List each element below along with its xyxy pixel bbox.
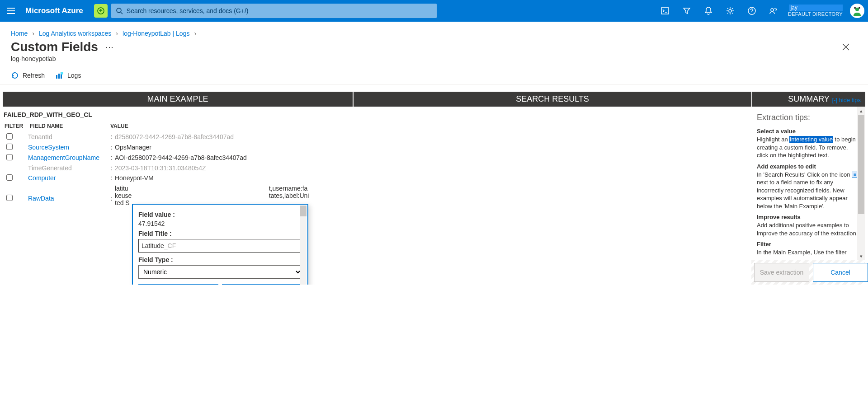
main-example-panel: FAILED_RDP_WITH_GEO_CL FILTER FIELD NAME…: [3, 107, 353, 285]
table-row: Computer : Honeypot-VM: [3, 173, 353, 183]
brand-label[interactable]: Microsoft Azure: [22, 6, 94, 15]
field-value-label: Field value :: [138, 211, 302, 218]
svg-point-4: [748, 7, 755, 14]
field-extract-popup: Field value : 47.91542 Field Title : Lat…: [132, 204, 308, 285]
field-title-label: Field Title :: [138, 230, 302, 237]
tip-body: In 'Search Results' Click on the icon ≡ …: [757, 171, 860, 211]
svg-rect-9: [859, 7, 860, 9]
svg-point-1: [117, 8, 121, 13]
field-title-input[interactable]: Latitude_CF: [138, 239, 302, 253]
extract-button[interactable]: Extract: [222, 284, 302, 285]
field-type-label: Field Type :: [138, 256, 302, 263]
table-row: ManagementGroupName : AOI-d2580072-9442-…: [3, 153, 353, 163]
upload-icon[interactable]: [94, 4, 108, 18]
field-value[interactable]: AOI-d2580072-9442-4269-a7b8-8afec34407ad: [115, 154, 353, 161]
svg-rect-11: [58, 74, 60, 79]
close-button[interactable]: Close: [138, 284, 218, 285]
filter-checkbox[interactable]: [6, 144, 13, 150]
crumb-logs[interactable]: log-HoneypotLab | Logs: [123, 30, 189, 37]
main-content: MAIN EXAMPLE SEARCH RESULTS SUMMARY FAIL…: [0, 84, 868, 285]
svg-rect-8: [854, 7, 856, 9]
refresh-icon: [11, 71, 19, 80]
account-block[interactable]: jay DEFAULT DIRECTORY: [784, 3, 846, 19]
search-icon: [116, 7, 123, 14]
logs-button[interactable]: Logs: [56, 71, 81, 80]
summary-heading: Extraction tips:: [757, 113, 860, 122]
logs-icon: [56, 71, 64, 80]
filter-checkbox[interactable]: [6, 195, 13, 201]
crumb-workspaces[interactable]: Log Analytics workspaces: [39, 30, 111, 37]
title-bar: Custom Fields ⋯: [0, 37, 868, 54]
table-name: FAILED_RDP_WITH_GEO_CL: [3, 110, 353, 122]
field-type-select[interactable]: Numeric: [138, 265, 302, 279]
column-headers: MAIN EXAMPLE SEARCH RESULTS SUMMARY: [3, 92, 865, 107]
field-value: 47.91542: [138, 220, 302, 227]
popup-scrollbar[interactable]: [300, 206, 307, 285]
help-icon[interactable]: [741, 0, 763, 22]
summary-content: Extraction tips: Select a value Highligh…: [751, 107, 865, 260]
field-value[interactable]: OpsManager: [115, 144, 353, 151]
hide-tips-link[interactable]: [-] hide tips: [832, 97, 861, 103]
chevron-right-icon: ›: [116, 30, 118, 37]
field-value[interactable]: 2023-03-18T10:31:31.0348054Z: [115, 164, 353, 172]
top-icons: jay DEFAULT DIRECTORY: [654, 0, 868, 22]
save-extraction-button: Save extraction: [754, 263, 809, 282]
hamburger-icon[interactable]: [0, 0, 22, 22]
filter-checkbox[interactable]: [6, 133, 13, 140]
field-title-suffix: _CF: [164, 242, 176, 249]
svg-rect-10: [56, 75, 57, 79]
filter-checkbox[interactable]: [6, 174, 13, 181]
cancel-button[interactable]: Cancel: [813, 263, 868, 282]
scroll-up-icon[interactable]: ▴: [857, 107, 865, 115]
filter-checkbox[interactable]: [6, 154, 13, 160]
tip-title: Select a value: [757, 128, 860, 135]
crumb-home[interactable]: Home: [11, 30, 28, 37]
gear-icon[interactable]: [719, 0, 741, 22]
field-name[interactable]: RawData: [28, 185, 108, 202]
tip-title: Filter: [757, 241, 860, 248]
hdr-filter: FILTER: [5, 123, 30, 129]
svg-point-5: [771, 9, 774, 11]
tip-title: Improve results: [757, 214, 860, 220]
refresh-button[interactable]: Refresh: [11, 71, 45, 80]
table-row: SourceSystem : OpsManager: [3, 142, 353, 153]
filter-icon[interactable]: [676, 0, 698, 22]
breadcrumb: Home › Log Analytics workspaces › log-Ho…: [0, 22, 868, 37]
page-title: Custom Fields: [11, 40, 98, 54]
bell-icon[interactable]: [698, 0, 719, 22]
account-name: jay: [789, 5, 843, 11]
search-input[interactable]: Search resources, services, and docs (G+…: [111, 4, 437, 18]
toolbar: Refresh Logs: [0, 68, 868, 84]
refresh-label: Refresh: [23, 72, 45, 79]
field-value[interactable]: latitu t,username:fa keuse tates,label:U…: [115, 185, 353, 206]
table-row: TimeGenerated : 2023-03-18T10:31:31.0348…: [3, 163, 353, 173]
col-search-results-header: SEARCH RESULTS: [353, 92, 751, 107]
hdr-value: VALUE: [110, 123, 128, 129]
summary-scrollbar[interactable]: ▴ ▾: [857, 107, 865, 260]
tip-body: In the Main Example, Use the filter: [757, 248, 860, 257]
chevron-right-icon: ›: [194, 30, 196, 37]
scroll-down-icon[interactable]: ▾: [857, 252, 865, 260]
field-name[interactable]: Computer: [28, 174, 108, 182]
field-value[interactable]: d2580072-9442-4269-a7b8-8afec34407ad: [115, 133, 353, 140]
logs-label: Logs: [67, 72, 81, 79]
summary-actions: Save extraction Cancel: [751, 260, 865, 285]
field-name[interactable]: ManagementGroupName: [28, 154, 108, 161]
cloud-shell-icon[interactable]: [654, 0, 676, 22]
more-icon[interactable]: ⋯: [105, 42, 113, 52]
field-value[interactable]: Honeypot-VM: [115, 174, 353, 182]
svg-rect-2: [661, 8, 669, 14]
close-icon[interactable]: [842, 43, 850, 51]
field-name[interactable]: TimeGenerated: [28, 164, 108, 172]
feedback-icon[interactable]: [763, 0, 784, 22]
search-placeholder: Search resources, services, and docs (G+…: [127, 7, 249, 14]
field-name[interactable]: SourceSystem: [28, 144, 108, 151]
search-results-panel: [353, 107, 751, 285]
svg-point-13: [61, 72, 63, 75]
tip-title: Add examples to edit: [757, 163, 860, 170]
account-directory: DEFAULT DIRECTORY: [788, 11, 843, 17]
chevron-right-icon: ›: [32, 30, 34, 37]
avatar[interactable]: [850, 4, 864, 18]
page-subtitle: log-honeypotlab: [0, 54, 868, 68]
field-name[interactable]: TenantId: [28, 133, 108, 140]
